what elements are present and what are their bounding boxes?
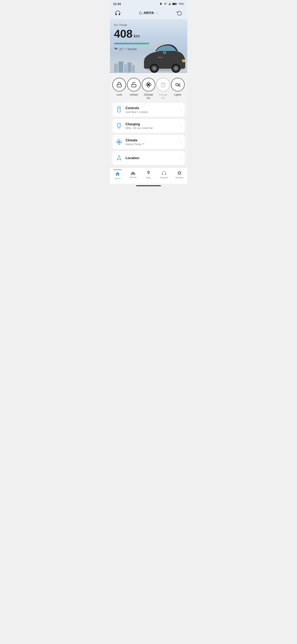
lights-circle[interactable] xyxy=(171,78,185,92)
est-range-label: Est. Range xyxy=(114,23,183,26)
climate-card[interactable]: Climate Interior Temp 7° › xyxy=(112,135,185,149)
charging-card-icon xyxy=(115,122,123,130)
support-button[interactable] xyxy=(114,9,121,17)
controls-card-subtitle: Just Now • Locked xyxy=(126,110,178,114)
charging-plug-icon xyxy=(116,122,122,130)
climate-action[interactable]: ClimateOn xyxy=(142,78,155,100)
nav-support[interactable]: Support xyxy=(158,170,170,179)
svg-rect-8 xyxy=(127,62,132,73)
nav-settings[interactable]: Settings xyxy=(173,170,186,179)
status-time: 11:31 xyxy=(113,2,121,6)
climate-card-icon xyxy=(115,138,123,146)
svg-point-18 xyxy=(175,67,177,70)
wifi-icon xyxy=(164,2,167,5)
vehicle-nav-icon xyxy=(130,171,136,175)
status-bar: 11:31 76% xyxy=(110,0,187,7)
location-nav-icon xyxy=(116,154,122,162)
range-value: 408 xyxy=(114,28,133,39)
svg-rect-3 xyxy=(139,13,142,14)
svg-rect-29 xyxy=(117,106,120,112)
nav-map[interactable]: Map xyxy=(142,170,155,179)
svg-point-25 xyxy=(176,84,178,86)
svg-text:ARIYA: ARIYA xyxy=(158,56,163,58)
signal-icon xyxy=(168,2,171,5)
unlock-action[interactable]: Unlock xyxy=(127,78,141,96)
svg-point-36 xyxy=(134,174,135,175)
cards-section: Controls Just Now • Locked › Charging 99… xyxy=(110,103,187,165)
climate-card-title: Climate xyxy=(126,138,178,142)
charging-card-title: Charging xyxy=(126,122,178,126)
support-nav-icon xyxy=(161,170,167,176)
home-nav-icon xyxy=(115,171,120,176)
fan-icon xyxy=(145,82,152,88)
climate-card-content: Climate Interior Temp 7° xyxy=(126,138,178,146)
vehicle-name: ARIYA xyxy=(143,11,154,15)
nav-vehicle[interactable]: Vehicle xyxy=(127,171,139,178)
quick-actions-section: Lock Unlock ClimateOn xyxy=(110,73,187,103)
location-card-icon xyxy=(115,154,123,162)
weather-temp: 21° xyxy=(119,48,124,51)
charge-icon xyxy=(160,82,166,88)
charge-label: ChargeOn xyxy=(159,93,168,100)
charging-card-content: Charging 99% • 55 min Until Full xyxy=(126,122,178,130)
home-active-indicator xyxy=(113,170,122,170)
svg-point-15 xyxy=(153,67,156,70)
lock-circle[interactable] xyxy=(112,78,126,92)
controls-card[interactable]: Controls Just Now • Locked › xyxy=(112,103,185,117)
lights-action[interactable]: Lights xyxy=(171,78,185,96)
app-header: ARIYA xyxy=(110,7,187,19)
climate-label: ClimateOn xyxy=(144,93,153,100)
svg-rect-5 xyxy=(114,64,118,73)
svg-rect-9 xyxy=(132,65,135,73)
nav-home[interactable]: Home xyxy=(111,170,124,180)
history-icon xyxy=(177,10,182,16)
lights-label: Lights xyxy=(174,93,182,96)
location-card[interactable]: Location › xyxy=(112,151,185,165)
location-status-icon xyxy=(159,2,162,5)
status-icons: 76% xyxy=(159,2,184,5)
charging-card[interactable]: Charging 99% • 55 min Until Full › xyxy=(112,119,185,133)
charge-action[interactable]: ChargeOn xyxy=(156,78,170,100)
controls-card-title: Controls xyxy=(126,106,178,110)
lock-label: Lock xyxy=(116,93,122,96)
location-card-title: Location xyxy=(126,156,178,160)
location-card-content: Location xyxy=(126,156,178,160)
history-button[interactable] xyxy=(176,9,183,17)
svg-rect-1 xyxy=(173,3,176,4)
svg-point-35 xyxy=(131,174,132,175)
weather-city: Toronto xyxy=(127,48,137,51)
range-unit: km xyxy=(134,34,140,39)
svg-rect-6 xyxy=(119,62,123,73)
unlock-label: Unlock xyxy=(130,93,138,96)
climate-card-subtitle: Interior Temp 7° xyxy=(126,143,178,146)
svg-rect-23 xyxy=(132,84,136,87)
lock-action[interactable]: Lock xyxy=(112,78,126,96)
map-nav-icon xyxy=(146,170,151,176)
settings-nav-label: Settings xyxy=(175,176,184,179)
hero-section: Est. Range 408 km ⚡ 21° • Toronto xyxy=(110,19,187,73)
cloud-icon xyxy=(114,48,118,51)
lock-action-icon xyxy=(116,82,122,88)
svg-rect-22 xyxy=(117,84,121,87)
controls-chevron-icon: › xyxy=(181,108,182,112)
support-nav-label: Support xyxy=(160,176,168,179)
vehicle-selector[interactable]: ARIYA xyxy=(139,11,158,15)
charging-card-subtitle: 99% • 55 min Until Full xyxy=(126,126,178,130)
map-nav-label: Map xyxy=(146,176,151,179)
location-chevron-icon: › xyxy=(181,156,182,160)
climate-fan-icon xyxy=(116,139,122,145)
home-indicator-bar xyxy=(136,185,161,186)
battery-percent: 76% xyxy=(178,2,184,5)
bottom-nav: Home Vehicle Map Support Se xyxy=(110,168,187,184)
headphones-icon xyxy=(115,10,121,16)
climate-circle[interactable] xyxy=(142,78,155,92)
home-nav-label: Home xyxy=(114,177,120,180)
lock-header-icon xyxy=(139,11,142,15)
charge-circle[interactable] xyxy=(156,78,170,92)
vehicle-nav-label: Vehicle xyxy=(129,176,137,178)
controls-card-icon xyxy=(115,106,123,114)
unlock-circle[interactable] xyxy=(127,78,141,92)
svg-line-26 xyxy=(178,84,180,85)
settings-nav-icon xyxy=(177,170,182,176)
svg-rect-7 xyxy=(124,64,127,73)
